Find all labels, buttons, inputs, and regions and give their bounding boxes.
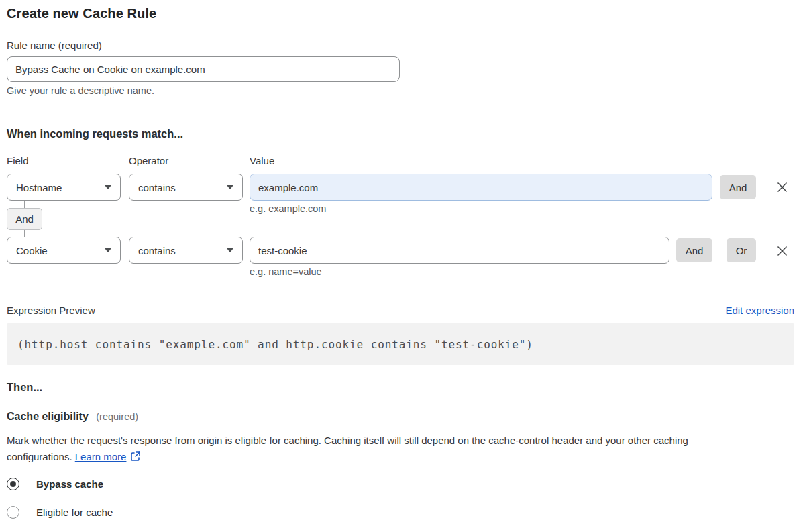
- value-input-row2[interactable]: [250, 237, 669, 264]
- operator-select-row2-value: contains: [138, 245, 227, 256]
- match-section-heading: When incoming requests match...: [7, 127, 183, 140]
- external-link-icon: [130, 451, 141, 462]
- cache-eligibility-heading-row: Cache eligibility (required): [7, 411, 138, 423]
- remove-condition-button-row2[interactable]: [774, 243, 790, 259]
- add-or-condition-button-row2[interactable]: Or: [727, 238, 756, 262]
- radio-option-bypass-cache[interactable]: Bypass cache: [7, 478, 103, 490]
- connector-line-top: [24, 201, 25, 208]
- expression-preview-code: (http.host contains "example.com" and ht…: [17, 338, 533, 351]
- description-line2: configurations.: [7, 451, 72, 462]
- radio-option-eligible-for-cache[interactable]: Eligible for cache: [7, 506, 113, 519]
- then-heading: Then...: [7, 381, 42, 394]
- field-select-row1[interactable]: Hostname: [7, 174, 121, 201]
- add-and-condition-button-row1[interactable]: And: [720, 175, 756, 199]
- value-helper-row1: e.g. example.com: [250, 203, 326, 214]
- operator-select-row1[interactable]: contains: [129, 174, 243, 201]
- chevron-down-icon: [227, 185, 233, 189]
- radio-label-bypass-cache: Bypass cache: [36, 478, 103, 490]
- value-helper-row2: e.g. name=value: [250, 266, 322, 277]
- create-cache-rule-page: Create new Cache Rule Rule name (require…: [0, 0, 805, 532]
- expression-preview-block: (http.host contains "example.com" and ht…: [7, 323, 794, 365]
- condition-connector-and-button[interactable]: And: [7, 208, 42, 230]
- required-note: (required): [96, 411, 138, 422]
- column-label-value: Value: [250, 155, 274, 166]
- field-select-row2[interactable]: Cookie: [7, 237, 121, 264]
- operator-select-row1-value: contains: [138, 182, 227, 193]
- close-icon: [776, 181, 788, 193]
- cache-eligibility-description: Mark whether the request's response from…: [7, 433, 794, 465]
- chevron-down-icon: [105, 185, 111, 189]
- rule-name-helper: Give your rule a descriptive name.: [7, 85, 154, 96]
- radio-label-eligible-for-cache: Eligible for cache: [36, 507, 113, 518]
- connector-line-bottom: [24, 230, 25, 237]
- operator-select-row2[interactable]: contains: [129, 237, 243, 264]
- field-select-row1-value: Hostname: [16, 182, 105, 193]
- add-and-condition-button-row2[interactable]: And: [676, 238, 712, 262]
- expression-preview-label: Expression Preview: [7, 305, 95, 316]
- description-line1: Mark whether the request's response from…: [7, 435, 688, 446]
- rule-name-input[interactable]: [7, 56, 400, 82]
- radio-selected-icon[interactable]: [7, 478, 19, 490]
- chevron-down-icon: [105, 248, 111, 252]
- value-input-row1[interactable]: [250, 174, 712, 201]
- column-label-operator: Operator: [129, 155, 168, 166]
- chevron-down-icon: [227, 248, 233, 252]
- learn-more-link[interactable]: Learn more: [75, 451, 127, 462]
- remove-condition-button-row1[interactable]: [774, 179, 790, 195]
- field-select-row2-value: Cookie: [16, 245, 105, 256]
- radio-unselected-icon[interactable]: [7, 506, 19, 519]
- section-divider: [7, 111, 794, 111]
- column-label-field: Field: [7, 155, 29, 166]
- close-icon: [776, 245, 788, 257]
- rule-name-label: Rule name (required): [7, 40, 102, 51]
- cache-eligibility-heading: Cache eligibility: [7, 411, 89, 422]
- page-title: Create new Cache Rule: [7, 6, 156, 21]
- edit-expression-link[interactable]: Edit expression: [725, 305, 794, 316]
